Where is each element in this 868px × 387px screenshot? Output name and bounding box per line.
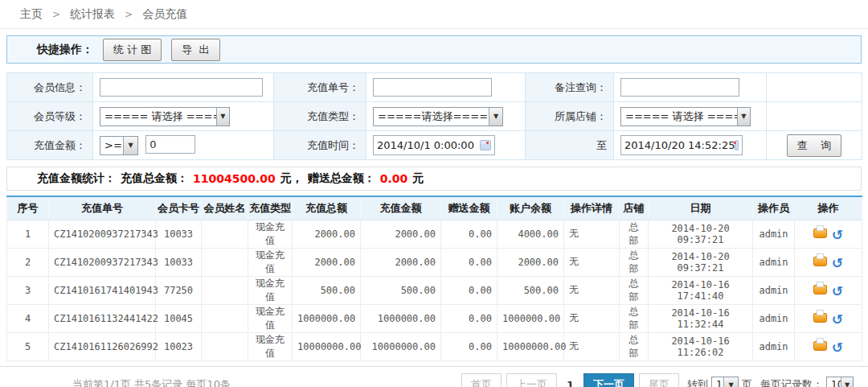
- print-icon[interactable]: [813, 228, 827, 238]
- cell-card: 10045: [156, 304, 202, 332]
- cell-detail: 无: [564, 248, 620, 276]
- cell-balance: 10000000.00: [497, 332, 564, 360]
- column-header: 充值总额: [293, 196, 361, 220]
- quick-actions-label: 快捷操作：: [37, 43, 93, 57]
- chevron-down-icon: ▼: [841, 377, 853, 387]
- calendar-icon[interactable]: [735, 140, 739, 150]
- note-query-label: 备注查询：: [526, 73, 614, 102]
- cell-order: CZ1410200937217343: [49, 220, 156, 248]
- column-header: 操作员: [753, 196, 795, 220]
- goto-label: 转到: [687, 377, 708, 387]
- note-query-input[interactable]: [620, 78, 739, 97]
- filter-empty-cell: [767, 73, 862, 102]
- cell-detail: 无: [564, 304, 620, 332]
- refresh-icon[interactable]: ↺: [832, 313, 843, 327]
- table-header-row: 序号充值单号会员卡号会员姓名充值类型充值总额充值金额赠送金额账户余额操作详情店铺…: [7, 196, 862, 220]
- refresh-icon[interactable]: ↺: [832, 257, 843, 270]
- cell-gift: 0.00: [441, 276, 497, 304]
- cell-shop: 总部: [620, 332, 649, 360]
- column-header: 充值类型: [248, 196, 293, 220]
- export-button[interactable]: 导 出: [171, 39, 219, 61]
- table-row: 3CZ141016174140194377250现金充值500.00500.00…: [7, 276, 862, 304]
- calendar-icon[interactable]: [480, 140, 491, 150]
- recharge-no-label: 充值单号：: [274, 73, 366, 102]
- table-row: 2CZ141020093721734310033现金充值2000.002000.…: [7, 248, 862, 276]
- shop-select[interactable]: ===== 请选择 ===== ▼: [620, 107, 751, 126]
- goto-suffix: 页: [742, 377, 752, 387]
- cell-no: 1: [7, 220, 49, 248]
- next-page-button[interactable]: 下一页: [583, 373, 634, 387]
- cell-detail: 无: [564, 220, 620, 248]
- cell-card: 10033: [156, 220, 202, 248]
- amount-label: 充值金额：: [7, 131, 93, 160]
- prev-page-button[interactable]: 上一页: [506, 373, 557, 387]
- cell-balance: 2000.00: [497, 248, 564, 276]
- cell-actions: ↺: [795, 220, 862, 248]
- column-header: 日期: [649, 196, 753, 220]
- summary-total-suffix: 元，: [280, 171, 303, 186]
- breadcrumb-current: 会员充值: [142, 7, 187, 22]
- print-icon[interactable]: [813, 257, 827, 266]
- cell-amount: 500.00: [361, 276, 441, 304]
- cell-date: 2014-10-16 17:41:40: [649, 276, 753, 304]
- page-size-value: 10: [827, 379, 841, 387]
- cell-order: CZ1410161126026992: [49, 332, 156, 360]
- cell-shop: 总部: [620, 220, 649, 248]
- shop-label: 所属店铺：: [526, 102, 614, 131]
- search-button[interactable]: 查 询: [787, 134, 842, 157]
- member-info-input[interactable]: [100, 78, 263, 97]
- cell-no: 3: [7, 276, 49, 304]
- chart-button[interactable]: 统 计 图: [103, 39, 162, 61]
- refresh-icon[interactable]: ↺: [832, 341, 843, 355]
- column-header: 赠送金额: [441, 196, 497, 220]
- time-to-label: 至: [526, 131, 614, 160]
- print-icon[interactable]: [813, 313, 827, 323]
- last-page-button[interactable]: 尾页: [639, 373, 679, 387]
- breadcrumb-reports[interactable]: 统计报表: [70, 7, 115, 22]
- chevron-down-icon: ▼: [737, 108, 750, 126]
- time-from-label: 充值时间：: [274, 131, 366, 160]
- cell-order: CZ1410200937217343: [49, 248, 156, 276]
- refresh-icon[interactable]: ↺: [832, 228, 843, 242]
- member-level-label: 会员等级：: [7, 102, 93, 131]
- page-size-select[interactable]: 10 ▼: [826, 377, 854, 387]
- member-level-select[interactable]: ===== 请选择 ===== ▼: [100, 107, 230, 126]
- column-header: 充值金额: [361, 196, 441, 220]
- cell-detail: 无: [564, 276, 620, 304]
- cell-order: CZ1410161132441422: [49, 304, 156, 332]
- printer-paper: [817, 338, 824, 344]
- cell-amount: 2000.00: [361, 248, 441, 276]
- refresh-icon[interactable]: ↺: [832, 285, 843, 298]
- recharge-type-select[interactable]: =====请选择===== ▼: [373, 107, 503, 126]
- amount-operator-select[interactable]: >= ▼: [100, 136, 138, 155]
- time-from-value: 2014/10/1 0:00:00: [377, 139, 474, 151]
- cell-shop: 总部: [620, 248, 649, 276]
- cell-shop: 总部: [620, 276, 649, 304]
- time-to-value: 2014/10/20 14:52:25: [624, 139, 735, 151]
- time-to-input[interactable]: 2014/10/20 14:52:25: [620, 135, 743, 155]
- print-icon[interactable]: [813, 285, 827, 294]
- print-icon[interactable]: [813, 341, 827, 351]
- goto-page-value: 1: [712, 379, 723, 387]
- cell-amount: 10000000.00: [361, 332, 441, 360]
- cell-name: [202, 248, 248, 276]
- cell-actions: ↺: [795, 332, 862, 360]
- cell-type: 现金充值: [248, 332, 293, 360]
- recharge-type-label: 充值类型：: [274, 102, 366, 131]
- cell-name: [202, 276, 248, 304]
- printer-paper: [817, 282, 824, 287]
- recharge-no-input[interactable]: [373, 78, 492, 97]
- cell-date: 2014-10-20 09:37:21: [649, 220, 753, 248]
- amount-input[interactable]: [145, 135, 195, 154]
- time-from-input[interactable]: 2014/10/1 0:00:00: [373, 135, 495, 155]
- first-page-button[interactable]: 首页: [461, 373, 502, 387]
- filter-form: 会员信息： 充值单号： 备注查询： 会员等级： ===== 请选择 ===== …: [6, 72, 862, 160]
- cell-amount: 2000.00: [361, 220, 441, 248]
- cell-type: 现金充值: [248, 304, 293, 332]
- cell-type: 现金充值: [248, 248, 293, 276]
- breadcrumb-home[interactable]: 主页: [20, 7, 43, 22]
- goto-page-select[interactable]: 1 ▼: [711, 377, 739, 387]
- cell-no: 2: [7, 248, 49, 276]
- column-header: 充值单号: [49, 196, 156, 220]
- cell-gift: 0.00: [441, 220, 497, 248]
